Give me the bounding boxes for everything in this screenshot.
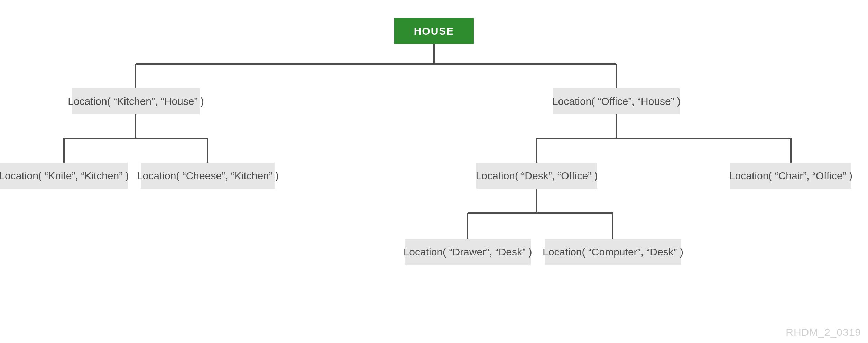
node-drawer: Location( “Drawer”, “Desk” ) xyxy=(405,239,531,265)
node-office: Location( “Office”, “House” ) xyxy=(553,88,680,114)
node-desk: Location( “Desk”, “Office” ) xyxy=(476,163,597,189)
node-computer: Location( “Computer”, “Desk” ) xyxy=(545,239,681,265)
watermark-text: RHDM_2_0319 xyxy=(786,326,861,338)
node-knife: Location( “Knife”, “Kitchen” ) xyxy=(0,163,128,189)
node-house-root: HOUSE xyxy=(394,18,474,44)
node-kitchen: Location( “Kitchen”, “House” ) xyxy=(72,88,200,114)
node-cheese: Location( “Cheese”, “Kitchen” ) xyxy=(141,163,275,189)
node-chair: Location( “Chair”, “Office” ) xyxy=(730,163,851,189)
